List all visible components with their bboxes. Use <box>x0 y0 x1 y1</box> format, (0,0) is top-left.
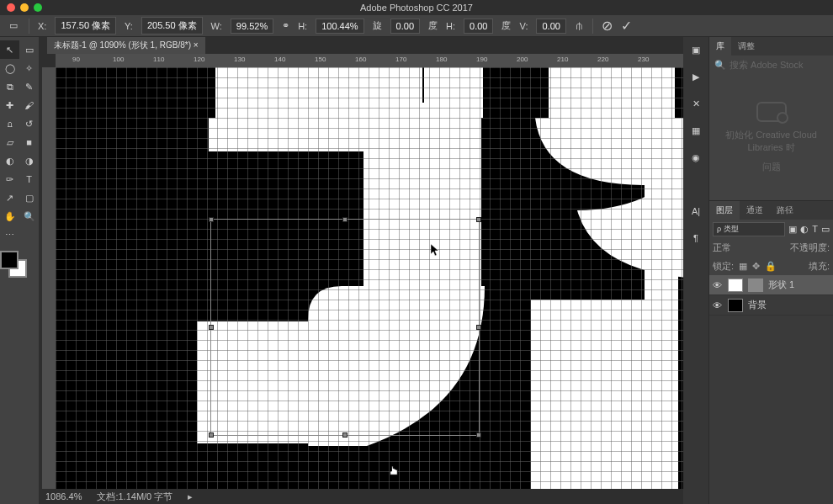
play-icon[interactable]: ▶ <box>688 69 703 84</box>
opt-rot-value[interactable]: 0.00 <box>390 19 420 34</box>
layer-name[interactable]: 背景 <box>748 299 767 311</box>
maximize-window[interactable] <box>34 3 42 12</box>
commit-transform-icon[interactable]: ✓ <box>621 18 632 34</box>
filter-adjust-icon[interactable]: ◐ <box>800 224 809 235</box>
zoom-tool[interactable]: 🔍 <box>19 207 39 225</box>
opt-y-value[interactable]: 205.50 像素 <box>141 17 203 34</box>
blur-tool[interactable]: ◐ <box>0 151 19 170</box>
shape-tool[interactable]: ▢ <box>19 188 39 207</box>
lock-pixels-icon[interactable]: ▦ <box>739 261 747 272</box>
minimize-window[interactable] <box>20 3 29 12</box>
link-icon[interactable]: ⚭ <box>282 20 289 31</box>
clone-stamp-tool[interactable]: ⩍ <box>0 114 19 133</box>
search-icon: 🔍 <box>714 60 726 71</box>
close-window[interactable] <box>7 3 15 12</box>
eye-icon[interactable]: 👁 <box>713 280 723 290</box>
color-icon[interactable]: ◉ <box>688 150 703 165</box>
toolbox: ↖▭ ◯✧ ⧉✎ ✚🖌 ⩍↺ ▱■ ◐◑ ✑T ↗▢ ✋🔍 ⋯ <box>0 37 39 504</box>
zoom-level[interactable]: 1086.4% <box>45 491 82 501</box>
brush-tool[interactable]: 🖌 <box>19 96 39 114</box>
layer-name[interactable]: 形状 1 <box>768 279 794 291</box>
char-panel-icon[interactable]: A| <box>688 204 703 219</box>
canvas-area: 未标题-1 @ 1090% (形状 1, RGB/8*) × 90 100 11… <box>39 37 683 504</box>
opt-d2-label: 度 <box>501 19 511 32</box>
opt-d1-value[interactable]: 0.00 <box>464 19 493 34</box>
panel-column: 库 调整 🔍 搜索 Adobe Stock 初始化 Creative Cloud… <box>708 37 833 504</box>
document-tab[interactable]: 未标题-1 @ 1090% (形状 1, RGB/8*) × <box>47 37 205 54</box>
opt-w-value[interactable]: 99.52% <box>231 19 273 34</box>
collapsed-panels: ▣ ▶ ✕ ▦ ◉ A| ¶ <box>683 37 708 504</box>
layer-row[interactable]: 👁 背景 <box>709 295 833 316</box>
transform-box[interactable] <box>210 219 480 436</box>
library-panel: 初始化 Creative Cloud Libraries 时 问题 <box>709 74 833 200</box>
opt-h-value[interactable]: 100.44% <box>316 19 363 34</box>
type-tool[interactable]: T <box>19 170 39 188</box>
swatches-icon[interactable]: ▦ <box>688 123 703 138</box>
layer-list: 👁 形状 1 👁 背景 <box>709 275 833 504</box>
marquee-tool[interactable]: ▭ <box>19 40 39 59</box>
blend-mode[interactable]: 正常 <box>713 241 731 254</box>
layer-thumb[interactable] <box>728 279 743 292</box>
path-select-tool[interactable]: ↗ <box>0 188 19 207</box>
spot-heal-tool[interactable]: ✚ <box>0 96 19 114</box>
gradient-tool[interactable]: ■ <box>19 133 39 151</box>
foreground-swatch[interactable] <box>0 251 19 269</box>
move-tool[interactable]: ↖ <box>0 40 19 59</box>
fill-label: 填充: <box>809 260 830 273</box>
canvas[interactable] <box>56 67 683 489</box>
eraser-tool[interactable]: ▱ <box>0 133 19 151</box>
filter-type-icon[interactable]: T <box>812 224 818 234</box>
cancel-transform-icon[interactable]: ⊘ <box>602 18 613 34</box>
filter-image-icon[interactable]: ▣ <box>788 224 797 235</box>
history-icon[interactable]: ▣ <box>688 42 703 57</box>
layer-mask-thumb[interactable] <box>748 279 763 292</box>
doc-info[interactable]: 文档:1.14M/0 字节 <box>97 491 172 503</box>
app-title: Adobe Photoshop CC 2017 <box>360 3 473 13</box>
opt-rot-label: 旋 <box>373 19 382 32</box>
layer-filter-kind[interactable]: ρ 类型 <box>713 222 785 236</box>
eye-icon[interactable]: 👁 <box>713 300 723 310</box>
opt-x-value[interactable]: 157.50 像素 <box>55 17 116 34</box>
cloud-error-icon <box>756 102 787 122</box>
color-swatches[interactable] <box>0 251 29 279</box>
opt-d2-value[interactable]: 0.00 <box>536 19 565 34</box>
eyedropper-tool[interactable]: ✎ <box>19 77 39 96</box>
opt-y-label: Y: <box>125 21 133 31</box>
properties-icon[interactable]: ✕ <box>688 96 703 111</box>
tab-layers[interactable]: 图层 <box>709 201 740 220</box>
tab-library[interactable]: 库 <box>709 37 731 56</box>
opt-x-label: X: <box>38 21 46 31</box>
lock-label: 锁定: <box>713 260 734 273</box>
layer-row[interactable]: 👁 形状 1 <box>709 275 833 295</box>
opacity-label: 不透明度: <box>790 241 830 254</box>
library-search[interactable]: 🔍 搜索 Adobe Stock <box>709 56 833 74</box>
crop-tool[interactable]: ⧉ <box>0 77 19 96</box>
pen-tool[interactable]: ✑ <box>0 170 19 188</box>
lock-position-icon[interactable]: ✥ <box>752 261 760 272</box>
titlebar: Adobe Photoshop CC 2017 <box>0 0 833 15</box>
lock-all-icon[interactable]: 🔒 <box>765 261 777 272</box>
info-arrow-icon[interactable]: ▸ <box>188 491 193 502</box>
status-bar: 1086.4% 文档:1.14M/0 字节 ▸ <box>39 489 683 504</box>
para-panel-icon[interactable]: ¶ <box>688 231 703 246</box>
tab-channels[interactable]: 通道 <box>740 201 770 220</box>
interpolation-icon[interactable]: ⫛ <box>575 21 584 31</box>
layers-panel: 图层 通道 路径 ρ 类型 ▣ ◐ T ▭ 正常 不透明度: 锁定: ▦ <box>709 200 833 504</box>
history-brush-tool[interactable]: ↺ <box>19 114 39 133</box>
more-tools[interactable]: ⋯ <box>0 225 19 244</box>
opt-h-label: H: <box>298 21 307 31</box>
opt-w-label: W: <box>211 21 222 31</box>
layer-thumb[interactable] <box>728 299 743 312</box>
ruler-vertical[interactable] <box>42 67 56 489</box>
tab-paths[interactable]: 路径 <box>770 201 800 220</box>
lasso-tool[interactable]: ◯ <box>0 59 19 77</box>
transform-icon[interactable]: ▭ <box>7 19 20 33</box>
hand-tool[interactable]: ✋ <box>0 207 19 225</box>
tab-adjustments[interactable]: 调整 <box>731 37 761 56</box>
opt-d1-label: 度 <box>428 19 438 32</box>
options-bar: ▭ X: 157.50 像素 Y: 205.50 像素 W: 99.52% ⚭ … <box>0 15 833 37</box>
ruler-horizontal[interactable]: 90 100 110 120 130 140 150 160 170 180 1… <box>56 54 683 67</box>
filter-shape-icon[interactable]: ▭ <box>821 224 830 235</box>
magic-wand-tool[interactable]: ✧ <box>19 59 39 77</box>
dodge-tool[interactable]: ◑ <box>19 151 39 170</box>
